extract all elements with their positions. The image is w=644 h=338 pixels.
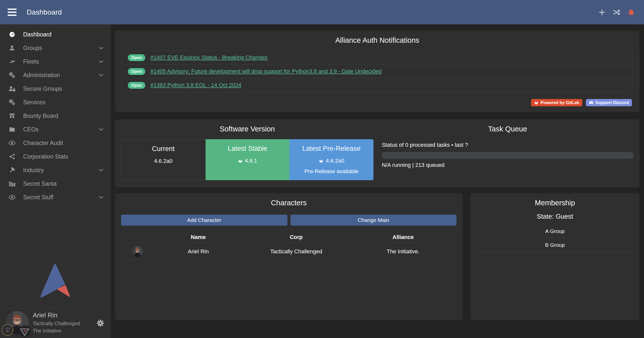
sidebar-item-dashboard[interactable]: Dashboard: [0, 28, 111, 41]
task-queue-status: Status of 0 processed tasks • last ?: [382, 142, 633, 148]
column-header-alliance: Alliance: [350, 234, 457, 240]
user-alliance: The Initiative.: [33, 328, 63, 334]
sidebar-item-label: Groups: [23, 45, 42, 52]
sidebar-item-secret-stuff[interactable]: Secret Stuff: [0, 190, 111, 204]
membership-group-row: B Group: [475, 238, 634, 252]
column-header-corp: Corp: [243, 234, 350, 240]
membership-title: Membership: [470, 193, 639, 207]
powered-by-gitlab-badge[interactable]: Powered by GitLab: [531, 99, 582, 106]
characters-table: Name Corp Alliance Ariel Rin Tactically …: [121, 232, 457, 260]
sidebar: Dashboard Groups Fleets Administration S…: [0, 24, 111, 338]
user-name: Ariel Rin: [33, 311, 57, 319]
corp-logo-badge: [2, 324, 14, 336]
notifications-bell-icon[interactable]: [627, 9, 635, 16]
character-name: Ariel Rin: [154, 248, 243, 255]
alliance-logo-badge: [19, 325, 31, 337]
characters-title: Characters: [115, 193, 463, 207]
share-icon: [8, 153, 17, 160]
character-alliance: The Initiative.: [350, 248, 457, 255]
notification-link[interactable]: #1383 Python 3.8 EOL - 14 Oct 2024: [150, 82, 241, 88]
sidebar-item-administration[interactable]: Administration: [0, 68, 111, 82]
cogs-icon: [8, 99, 17, 106]
sidebar-item-label: Character Audit: [23, 140, 63, 147]
user-lock-icon: [8, 85, 17, 92]
task-queue-column: Task Queue Status of 0 processed tasks •…: [382, 119, 633, 187]
sidebar-item-ceos[interactable]: CEOs: [0, 123, 111, 136]
notification-link[interactable]: #1407 EVE Equinox Status - Breaking Chan…: [150, 54, 268, 61]
task-queue-counts: N/A running | 213 queued: [382, 162, 633, 168]
chevron-down-icon: [98, 126, 104, 132]
sidebar-item-label: Services: [23, 99, 45, 106]
sidebar-item-services[interactable]: Services: [0, 95, 111, 109]
eye-icon: [8, 194, 17, 201]
notifications-title: Alliance Auth Notifications: [115, 31, 639, 44]
membership-state: State: Guest: [470, 213, 639, 220]
chevron-down-icon: [98, 45, 104, 51]
eye-icon: [8, 139, 17, 147]
navbar-icon-group: [598, 9, 636, 16]
software-version-title: Software Version: [121, 119, 373, 133]
shuffle-icon[interactable]: [613, 9, 620, 16]
change-main-button[interactable]: Change Main: [290, 215, 457, 226]
jet-icon: [8, 58, 17, 65]
chevron-down-icon: [98, 167, 104, 173]
notifications-panel: Alliance Auth Notifications Open #1407 E…: [115, 31, 639, 112]
sidebar-item-label: Secure Groups: [23, 85, 62, 92]
notification-list-item: Open #1407 EVE Equinox Status - Breaking…: [122, 51, 633, 65]
software-version-column: Software Version Current 4.6.2a0 Latest …: [121, 119, 373, 187]
footer-badges: Powered by GitLab Support Discord: [531, 99, 632, 106]
user-settings-gear-icon[interactable]: [97, 319, 104, 327]
sidebar-item-bounty-board[interactable]: Bounty Board: [0, 109, 111, 123]
sidebar-item-corporation-stats[interactable]: Corporation Stats: [0, 150, 111, 163]
sidebar-item-secure-groups[interactable]: Secure Groups: [0, 82, 111, 95]
sidebar-user-panel: Ariel Rin Tactically Challenged The Init…: [0, 308, 111, 338]
cogs-icon: [8, 71, 17, 79]
membership-groups-list: A Group B Group: [475, 224, 634, 252]
sidebar-item-label: Dashboard: [23, 31, 52, 38]
sidebar-item-groups[interactable]: Groups: [0, 41, 111, 55]
user-corporation: Tactically Challenged: [33, 321, 80, 326]
version-cell-current: Current 4.6.2a0: [121, 139, 206, 180]
notifications-list: Open #1407 EVE Equinox Status - Breaking…: [122, 51, 633, 92]
sidebar-item-fleets[interactable]: Fleets: [0, 55, 111, 68]
plus-icon[interactable]: [598, 9, 606, 16]
sidebar-item-secret-santa[interactable]: Secret Santa: [0, 177, 111, 190]
add-character-button[interactable]: Add Character: [121, 215, 287, 226]
membership-panel: Membership State: Guest A Group B Group: [470, 193, 639, 320]
characters-panel: Characters Add Character Change Main Nam…: [115, 193, 463, 320]
sidebar-item-label: Bounty Board: [23, 113, 58, 119]
chevron-down-icon: [98, 194, 104, 200]
software-version-task-queue-panel: Software Version Current 4.6.2a0 Latest …: [115, 119, 639, 187]
task-queue-title: Task Queue: [382, 119, 633, 133]
sidebar-item-industry[interactable]: Industry: [0, 163, 111, 177]
chevron-down-icon: [98, 59, 104, 65]
membership-group-row: A Group: [475, 224, 634, 238]
sidebar-toggle-hamburger-icon[interactable]: [8, 9, 17, 16]
sidebar-item-label: Fleets: [23, 58, 39, 65]
character-corp: Tactically Challenged: [243, 248, 350, 255]
sidebar-item-label: Administration: [23, 72, 60, 79]
task-queue-progress-bar: [382, 152, 633, 159]
character-portrait: [132, 246, 143, 257]
folder-icon: [8, 126, 17, 133]
character-table-row: Ariel Rin Tactically Challenged The Init…: [121, 243, 457, 260]
chevron-down-icon: [98, 72, 104, 78]
sidebar-item-character-audit[interactable]: Character Audit: [0, 136, 111, 150]
status-badge: Open: [128, 82, 145, 89]
notification-link[interactable]: #1405 Advisory: Future development will …: [150, 68, 381, 75]
support-discord-badge[interactable]: Support Discord: [586, 99, 632, 106]
sidebar-item-label: Industry: [23, 167, 44, 174]
sidebar-item-label: Secret Stuff: [23, 194, 53, 201]
notification-list-item: Open #1405 Advisory: Future development …: [122, 65, 633, 78]
gifts-icon: [8, 180, 17, 187]
hammer-icon: [8, 166, 17, 174]
version-cell-latest-stable: Latest Stable 4.6.1: [206, 139, 290, 180]
column-header-name: Name: [154, 234, 243, 240]
status-badge: Open: [128, 54, 145, 61]
store-icon: [8, 112, 17, 120]
sidebar-item-label: Corporation Stats: [23, 153, 68, 160]
characters-table-header: Name Corp Alliance: [121, 232, 457, 243]
version-cells: Current 4.6.2a0 Latest Stable 4.6.1 Late…: [121, 139, 373, 180]
alliance-auth-logo: [0, 263, 111, 298]
gitlab-icon: [534, 101, 539, 105]
